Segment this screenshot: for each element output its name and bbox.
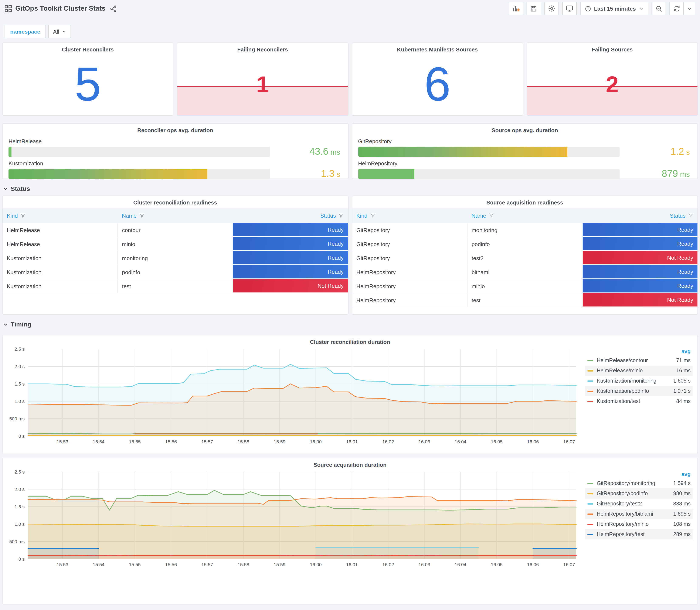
svg-text:16:07: 16:07 [563, 562, 575, 567]
legend-series-name[interactable]: HelmRepository/bitnami [597, 511, 666, 517]
svg-text:16:06: 16:06 [527, 562, 539, 567]
svg-text:16:04: 16:04 [455, 439, 467, 445]
save-dashboard-button[interactable] [526, 2, 541, 15]
refresh-button[interactable] [669, 2, 683, 15]
column-header-name[interactable]: Name [118, 212, 233, 219]
legend-series-avg: 84 ms [666, 398, 691, 404]
cell-status-badge: Not Ready [583, 293, 698, 307]
legend-row: HelmRepository/minio108 ms [585, 519, 693, 529]
toolbar: Last 15 minutes [508, 2, 695, 15]
column-header-kind[interactable]: Kind [352, 212, 467, 219]
legend-series-name[interactable]: Kustomization/monitoring [597, 378, 666, 384]
table-row: GitRepositorypodinfoReady [352, 237, 698, 251]
table-panel-title[interactable]: Cluster reconciliation readiness [2, 196, 348, 206]
stat-panel-3: Failing Sources2 [526, 43, 698, 116]
column-header-name[interactable]: Name [467, 212, 583, 219]
svg-text:500 ms: 500 ms [9, 539, 25, 544]
gauge-value: 879 ms [620, 168, 691, 179]
legend-row: Kustomization/test84 ms [585, 396, 693, 406]
section-timing[interactable]: Timing [2, 315, 698, 331]
svg-text:2.0 s: 2.0 s [14, 487, 25, 492]
stat-panel-title[interactable]: Cluster Reconcilers [2, 43, 173, 53]
legend-series-color [587, 360, 593, 361]
gauge-panel-0: Reconciler ops avg. durationHelmRelease4… [2, 123, 348, 179]
stat-panel-0: Cluster Reconcilers5 [2, 43, 174, 116]
column-header-status[interactable]: Status [582, 212, 698, 219]
filter-funnel-icon[interactable] [139, 213, 144, 218]
settings-gear-button[interactable] [544, 2, 559, 15]
chart-panel-title[interactable]: Source acquisition duration [2, 458, 698, 468]
filter-funnel-icon[interactable] [339, 213, 344, 218]
legend-series-name[interactable]: GitRepository/test2 [597, 501, 666, 507]
table-panel-1: Source acquisition readinessKindNameStat… [352, 195, 698, 315]
legend-series-avg: 71 ms [666, 357, 691, 364]
namespace-variable-label: namespace [5, 25, 46, 38]
legend-series-name[interactable]: GitRepository/podinfo [597, 491, 666, 497]
filter-funnel-icon[interactable] [20, 213, 26, 218]
gauge-row-label: GitRepository [358, 138, 691, 145]
chevron-down-icon [3, 322, 8, 327]
legend-row: Kustomization/monitoring1.605 s [585, 376, 693, 386]
svg-text:1.0 s: 1.0 s [14, 521, 25, 527]
gauge-rows: HelmRelease43.6 msKustomization1.3 s [9, 133, 342, 179]
gauge-bar-track [358, 168, 620, 179]
svg-text:15:55: 15:55 [129, 439, 141, 445]
svg-text:0 s: 0 s [18, 557, 25, 562]
share-icon[interactable] [110, 5, 117, 12]
filter-funnel-icon[interactable] [370, 213, 375, 218]
svg-text:15:59: 15:59 [274, 439, 286, 445]
legend-series-name[interactable]: Kustomization/podinfo [597, 388, 666, 394]
time-range-picker[interactable]: Last 15 minutes [580, 2, 648, 15]
table-row: HelmReleasecontourReady [2, 223, 348, 237]
legend-series-name[interactable]: GitRepository/monitoring [597, 480, 666, 486]
chart-panel-title[interactable]: Cluster reconciliation duration [2, 335, 698, 345]
gauge-row-gitrepository: GitRepository1.2 s [358, 138, 691, 157]
section-status[interactable]: Status [2, 179, 698, 195]
legend-series-color [587, 524, 593, 525]
legend-row: GitRepository/test2338 ms [585, 499, 693, 509]
refresh-interval-dropdown[interactable] [683, 2, 695, 15]
stat-panel-title[interactable]: Failing Sources [527, 43, 698, 53]
table-row: HelmRepositoryminioReady [352, 279, 698, 293]
legend-row: HelmRelease/contour71 ms [585, 355, 693, 366]
cell-status-badge: Not Ready [583, 251, 698, 265]
section-status-label: Status [11, 185, 30, 192]
tv-mode-button[interactable] [562, 2, 576, 15]
chevron-down-icon [639, 6, 644, 11]
legend-series-name[interactable]: HelmRelease/minio [597, 368, 666, 374]
table-panel-title[interactable]: Source acquisition readiness [352, 196, 698, 206]
gauge-panel-title[interactable]: Reconciler ops avg. duration [9, 124, 342, 133]
legend-series-name[interactable]: HelmRepository/minio [597, 521, 666, 527]
legend-series-name[interactable]: HelmRelease/contour [597, 357, 666, 364]
legend-series-color [587, 534, 593, 535]
chevron-down-icon [3, 186, 8, 191]
legend-series-name[interactable]: Kustomization/test [597, 398, 666, 404]
stat-panel-title[interactable]: Failing Reconcilers [177, 43, 348, 53]
chart-plot-area: 0 s500 ms1.0 s1.5 s2.0 s2.5 s15:5315:541… [2, 345, 585, 449]
filter-funnel-icon[interactable] [489, 213, 494, 218]
gauge-row-label: Kustomization [9, 160, 342, 167]
gauge-panel-title[interactable]: Source ops avg. duration [358, 124, 691, 133]
dashboard-grid-icon[interactable] [5, 5, 12, 12]
add-panel-button[interactable] [508, 2, 523, 15]
legend-series-name[interactable]: HelmRepository/test [597, 531, 666, 537]
charts-column: Cluster reconciliation duration0 s500 ms… [2, 335, 698, 605]
legend-series-avg: 1.071 s [666, 388, 691, 394]
filter-funnel-icon[interactable] [688, 213, 693, 218]
legend-avg-header[interactable]: avg [585, 470, 693, 478]
namespace-variable-dropdown[interactable]: All [48, 25, 71, 38]
svg-text:1.5 s: 1.5 s [14, 381, 25, 387]
column-header-kind[interactable]: Kind [2, 212, 118, 219]
legend-series-color [587, 513, 593, 515]
timeseries-svg: 0 s500 ms1.0 s1.5 s2.0 s2.5 s15:5315:541… [2, 468, 581, 570]
gauge-row-kustomization: Kustomization1.3 s [9, 160, 342, 179]
cell-status-badge: Ready [583, 265, 698, 279]
legend-avg-header[interactable]: avg [585, 348, 693, 355]
zoom-out-button[interactable] [652, 2, 666, 15]
stat-value: 2 [527, 71, 698, 97]
gauge-bar-fill [358, 168, 414, 179]
column-header-status[interactable]: Status [233, 212, 348, 219]
cell-name: test2 [467, 251, 583, 265]
legend-row: GitRepository/podinfo980 ms [585, 488, 693, 499]
stat-panel-title[interactable]: Kubernetes Manifests Sources [352, 43, 523, 53]
